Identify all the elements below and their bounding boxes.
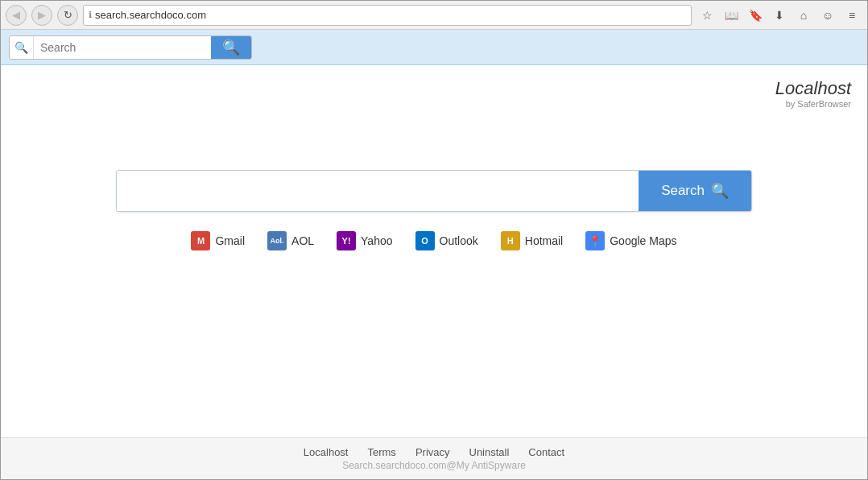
toolbar-search-wrap: 🔍 🔍 — [9, 35, 252, 60]
aol-label: AOL — [291, 234, 314, 247]
main-search-button[interactable]: Search 🔍 — [639, 171, 751, 211]
footer-watermark: Search.searchdoco.com@My AntiSpyware — [342, 460, 526, 471]
main-search-button-icon: 🔍 — [711, 182, 729, 200]
reload-button[interactable]: ↻ — [57, 5, 78, 26]
toolbar-search-button[interactable]: 🔍 — [211, 36, 251, 59]
back-button[interactable]: ◀ — [6, 5, 27, 26]
hotmail-icon: H — [501, 231, 520, 250]
gmail-label: Gmail — [215, 234, 245, 247]
nav-bar: ◀ ▶ ↻ ℹ ☆ 📖 🔖 ⬇ ⌂ ☺ ≡ — [1, 1, 867, 30]
info-icon: ℹ — [89, 10, 92, 20]
branding-title: Localhost — [775, 78, 851, 99]
quick-link-google-maps[interactable]: 📍 Google Maps — [585, 231, 676, 250]
main-search-bar: Search 🔍 — [116, 170, 752, 212]
footer-link-privacy[interactable]: Privacy — [415, 446, 450, 458]
main-search-button-label: Search — [661, 183, 705, 199]
google-maps-label: Google Maps — [610, 234, 676, 247]
download-button[interactable]: ⬇ — [769, 5, 790, 26]
bookmark-button[interactable]: ☆ — [696, 5, 717, 26]
footer-link-localhost[interactable]: Localhost — [304, 446, 349, 458]
quick-link-gmail[interactable]: M Gmail — [191, 231, 245, 250]
aol-icon: Aol. — [267, 231, 287, 250]
gmail-icon: M — [191, 231, 210, 250]
branding-subtitle: by SaferBrowser — [775, 99, 851, 109]
page-content: Localhost by SaferBrowser Search 🔍 M Gma… — [1, 65, 867, 437]
footer-links: Localhost Terms Privacy Uninstall Contac… — [304, 446, 564, 458]
menu-button[interactable]: ≡ — [841, 5, 862, 26]
toolbar: 🔍 🔍 — [1, 30, 867, 65]
branding: Localhost by SaferBrowser — [775, 78, 851, 109]
quick-link-yahoo[interactable]: Y! Yahoo — [337, 231, 392, 250]
yahoo-icon: Y! — [337, 231, 356, 250]
footer-link-terms[interactable]: Terms — [367, 446, 395, 458]
footer-link-contact[interactable]: Contact — [528, 446, 564, 458]
yahoo-label: Yahoo — [361, 234, 392, 247]
footer: Localhost Terms Privacy Uninstall Contac… — [1, 437, 867, 479]
quick-links: M Gmail Aol. AOL Y! Yahoo O Outlook H — [191, 231, 676, 250]
address-input[interactable] — [95, 9, 686, 21]
pocket-button[interactable]: 🔖 — [745, 5, 766, 26]
google-maps-icon: 📍 — [585, 231, 605, 250]
hotmail-label: Hotmail — [525, 234, 563, 247]
main-search-area: Search 🔍 M Gmail Aol. AOL Y! Yahoo — [116, 170, 752, 250]
outlook-label: Outlook — [440, 234, 478, 247]
browser-window: ◀ ▶ ↻ ℹ ☆ 📖 🔖 ⬇ ⌂ ☺ ≡ 🔍 🔍 Local — [0, 0, 868, 480]
quick-link-outlook[interactable]: O Outlook — [415, 231, 478, 250]
forward-button[interactable]: ▶ — [31, 5, 52, 26]
toolbar-search-btn-icon: 🔍 — [222, 39, 240, 56]
home-button[interactable]: ⌂ — [793, 5, 814, 26]
smiley-button[interactable]: ☺ — [817, 5, 838, 26]
quick-link-aol[interactable]: Aol. AOL — [267, 231, 314, 250]
footer-link-uninstall[interactable]: Uninstall — [469, 446, 510, 458]
address-bar-wrap: ℹ — [83, 5, 692, 26]
quick-link-hotmail[interactable]: H Hotmail — [501, 231, 563, 250]
reading-mode-button[interactable]: 📖 — [721, 5, 742, 26]
main-search-input[interactable] — [117, 171, 639, 211]
outlook-icon: O — [415, 231, 435, 250]
nav-right-buttons: ☆ 📖 🔖 ⬇ ⌂ ☺ ≡ — [696, 5, 862, 26]
toolbar-search-input[interactable] — [34, 36, 211, 59]
toolbar-search-icon: 🔍 — [10, 36, 34, 59]
